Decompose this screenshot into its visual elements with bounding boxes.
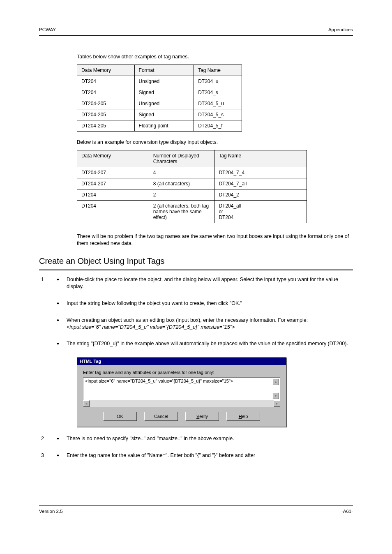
step-2: Input the string below following the obj… [53,300,353,307]
table-row: DT204UnsignedDT204_u [77,76,242,87]
header-left: PCWAY [39,27,56,32]
table-row: DT204-205UnsignedDT204_5_u [77,98,242,109]
table-row: DT2042DT204_2 [77,189,307,200]
dialog-textarea-value: <input size="6" name="DT204_5_u" value="… [85,379,233,383]
table-cell: DT204_u [194,76,242,87]
table-2: Data Memory Number of Displayed Characte… [77,150,307,223]
table-cell: DT204 [77,76,135,87]
dialog-textarea[interactable]: <input size="6" name="DT204_5_u" value="… [83,377,280,400]
table-cell: DT204-205 [77,120,135,131]
table-cell: Signed [134,87,194,98]
step-3: When creating an object such as an editi… [53,317,353,331]
step-4-text: The string "{DT200_u}" in the example ab… [67,341,348,346]
page-footer: Version 2.5 -A61- [39,509,353,514]
between-text: Below is an example for conversion type … [77,139,353,146]
table-cell: Unsigned [134,76,194,87]
scroll-down-icon[interactable]: ▼ [272,392,279,399]
horizontal-scrollbar[interactable]: ◄ ► [83,400,280,407]
table-cell: DT204 [77,200,149,223]
t1-h3: Tag Name [194,65,242,76]
table-cell: DT204_7_all [214,178,307,189]
table-cell: DT204_5_u [194,98,242,109]
step-6-num: 3 [41,452,44,459]
ok-button[interactable]: OK [103,412,137,421]
table-row: DT204-205Floating pointDT204_5_f [77,120,242,131]
t1-h2: Format [134,65,194,76]
table-cell: Floating point [134,120,194,131]
table-cell: DT204_2 [214,189,307,200]
footer-rule [39,505,353,506]
step-3-code: <input size="6" name="DT204_5_u" value="… [67,324,235,330]
footer-left: Version 2.5 [39,509,63,514]
t2-h3: Tag Name [214,150,307,167]
page-header: PCWAY Appendices [39,27,353,32]
step-6-text: Enter the tag name for the value of "Nam… [67,452,255,458]
help-button[interactable]: Help [226,412,260,421]
table-cell: DT204_7_4 [214,167,307,178]
t1-h1: Data Memory [77,65,135,76]
verify-button[interactable]: Verify [185,412,219,421]
table-row: DT204-2074DT204_7_4 [77,167,307,178]
section-heading: Create an Object Using Input Tags [39,256,164,266]
step-6: 3 Enter the tag name for the value of "N… [53,452,353,459]
step-5: 2 There is no need to specify "size=" an… [53,435,353,442]
after-text: There will be no problem if the two tag … [77,233,353,247]
table-cell: DT204-207 [77,167,149,178]
step-1-num: 1 [41,276,44,283]
scroll-left-icon[interactable]: ◄ [83,400,90,407]
table-cell: DT204-205 [77,109,135,120]
table-cell: 4 [149,167,214,178]
t2-h2: Number of Displayed Characters [149,150,214,167]
table-cell: Unsigned [134,98,194,109]
dialog-title: HTML Tag [77,358,286,365]
step-5-text: There is no need to specify "size=" and … [67,436,234,441]
dialog-label: Enter tag name and any attributes or par… [83,370,280,375]
table-cell: DT204-205 [77,98,135,109]
header-right: Appendices [328,27,353,32]
table-cell: 2 [149,189,214,200]
table-cell: 2 (all characters, both tag names have t… [149,200,214,223]
intro-text: Tables below show other examples of tag … [77,53,353,60]
step-5-num: 2 [41,435,44,442]
t2-h1: Data Memory [77,150,149,167]
header-rule [39,35,353,36]
table-row: DT204-205SignedDT204_5_s [77,109,242,120]
table-cell: DT204-207 [77,178,149,189]
table-cell: Signed [134,109,194,120]
table-1: Data Memory Format Tag Name DT204Unsigne… [77,65,242,132]
footer-right: -A61- [341,509,353,514]
table-cell: DT204 [77,87,135,98]
step-3-text: When creating an object such as an editi… [67,317,308,323]
html-tag-dialog: HTML Tag Enter tag name and any attribut… [77,357,286,427]
step-4: The string "{DT200_u}" in the example ab… [53,340,353,347]
table-cell: DT204_5_f [194,120,242,131]
step-1: 1 Double-click the place to locate the o… [53,276,353,290]
step-2-text: Input the string below following the obj… [67,300,242,306]
scroll-right-icon[interactable]: ► [274,400,280,407]
cancel-button[interactable]: Cancel [144,412,178,421]
table-row: DT2042 (all characters, both tag names h… [77,200,307,223]
section-bar [39,269,353,271]
table-cell: 8 (all characters) [149,178,214,189]
scroll-up-icon[interactable]: ▲ [272,379,279,385]
table-row: DT204-2078 (all characters)DT204_7_all [77,178,307,189]
table-cell: DT204_5_s [194,109,242,120]
table-cell: DT204 [77,189,149,200]
step-1-text: Double-click the place to locate the obj… [67,277,338,289]
table-cell: DT204_all or DT204 [214,200,307,223]
table-row: DT204SignedDT204_s [77,87,242,98]
table-cell: DT204_s [194,87,242,98]
